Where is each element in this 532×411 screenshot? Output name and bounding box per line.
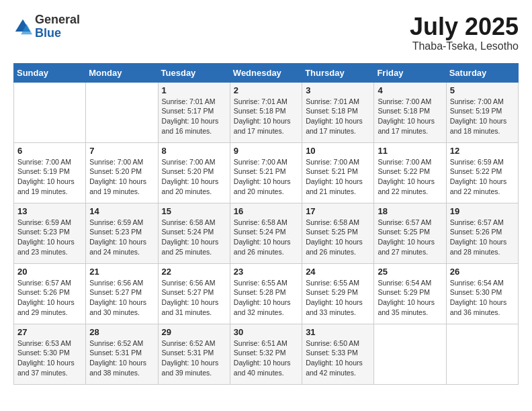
weekday-header: Friday bbox=[374, 63, 446, 82]
calendar-week-row: 27Sunrise: 6:53 AM Sunset: 5:30 PM Dayli… bbox=[14, 324, 519, 384]
day-number: 3 bbox=[306, 85, 370, 95]
weekday-header: Monday bbox=[86, 63, 158, 82]
calendar-day-cell bbox=[374, 324, 446, 384]
day-number: 17 bbox=[306, 206, 370, 216]
calendar-day-cell: 23Sunrise: 6:55 AM Sunset: 5:28 PM Dayli… bbox=[230, 263, 302, 324]
day-info: Sunrise: 6:52 AM Sunset: 5:31 PM Dayligh… bbox=[162, 338, 226, 378]
day-info: Sunrise: 6:59 AM Sunset: 5:23 PM Dayligh… bbox=[89, 218, 154, 257]
calendar-day-cell: 4Sunrise: 7:00 AM Sunset: 5:18 PM Daylig… bbox=[374, 82, 446, 142]
day-info: Sunrise: 6:56 AM Sunset: 5:27 PM Dayligh… bbox=[162, 278, 226, 318]
day-number: 7 bbox=[89, 146, 154, 156]
day-number: 24 bbox=[306, 267, 370, 277]
day-info: Sunrise: 6:53 AM Sunset: 5:30 PM Dayligh… bbox=[17, 338, 82, 378]
day-number: 30 bbox=[234, 327, 298, 337]
day-info: Sunrise: 7:00 AM Sunset: 5:21 PM Dayligh… bbox=[306, 157, 370, 197]
day-number: 13 bbox=[17, 206, 82, 216]
calendar-day-cell: 6Sunrise: 7:00 AM Sunset: 5:19 PM Daylig… bbox=[14, 142, 86, 203]
day-number: 2 bbox=[234, 85, 298, 95]
calendar-day-cell: 10Sunrise: 7:00 AM Sunset: 5:21 PM Dayli… bbox=[302, 142, 374, 203]
day-number: 25 bbox=[378, 267, 442, 277]
day-info: Sunrise: 6:55 AM Sunset: 5:28 PM Dayligh… bbox=[234, 278, 298, 318]
day-info: Sunrise: 7:00 AM Sunset: 5:20 PM Dayligh… bbox=[162, 157, 226, 197]
day-info: Sunrise: 7:00 AM Sunset: 5:19 PM Dayligh… bbox=[450, 97, 515, 136]
day-info: Sunrise: 6:50 AM Sunset: 5:33 PM Dayligh… bbox=[306, 338, 370, 378]
day-info: Sunrise: 6:59 AM Sunset: 5:22 PM Dayligh… bbox=[450, 157, 515, 197]
calendar-day-cell: 21Sunrise: 6:56 AM Sunset: 5:27 PM Dayli… bbox=[86, 263, 158, 324]
weekday-header: Sunday bbox=[14, 63, 86, 82]
weekday-header-row: SundayMondayTuesdayWednesdayThursdayFrid… bbox=[14, 63, 519, 82]
calendar-day-cell: 1Sunrise: 7:01 AM Sunset: 5:17 PM Daylig… bbox=[158, 82, 230, 142]
day-info: Sunrise: 7:00 AM Sunset: 5:22 PM Dayligh… bbox=[378, 157, 442, 197]
day-info: Sunrise: 7:00 AM Sunset: 5:19 PM Dayligh… bbox=[17, 157, 82, 197]
day-info: Sunrise: 6:59 AM Sunset: 5:23 PM Dayligh… bbox=[17, 218, 82, 257]
calendar-day-cell: 22Sunrise: 6:56 AM Sunset: 5:27 PM Dayli… bbox=[158, 263, 230, 324]
weekday-header: Thursday bbox=[302, 63, 374, 82]
calendar-day-cell: 18Sunrise: 6:57 AM Sunset: 5:25 PM Dayli… bbox=[374, 203, 446, 263]
day-number: 26 bbox=[450, 267, 515, 277]
day-info: Sunrise: 6:56 AM Sunset: 5:27 PM Dayligh… bbox=[89, 278, 154, 318]
calendar-day-cell: 12Sunrise: 6:59 AM Sunset: 5:22 PM Dayli… bbox=[446, 142, 518, 203]
day-info: Sunrise: 7:01 AM Sunset: 5:18 PM Dayligh… bbox=[306, 97, 370, 136]
title-block: July 2025 Thaba-Tseka, Lesotho bbox=[410, 13, 519, 52]
page-header: General Blue July 2025 Thaba-Tseka, Leso… bbox=[13, 13, 519, 52]
day-info: Sunrise: 6:57 AM Sunset: 5:25 PM Dayligh… bbox=[378, 218, 442, 257]
day-number: 6 bbox=[17, 146, 82, 156]
calendar-table: SundayMondayTuesdayWednesdayThursdayFrid… bbox=[13, 63, 519, 385]
location: Thaba-Tseka, Lesotho bbox=[410, 40, 519, 52]
day-number: 16 bbox=[234, 206, 298, 216]
calendar-day-cell: 9Sunrise: 7:00 AM Sunset: 5:21 PM Daylig… bbox=[230, 142, 302, 203]
day-number: 23 bbox=[234, 267, 298, 277]
calendar-day-cell: 17Sunrise: 6:58 AM Sunset: 5:25 PM Dayli… bbox=[302, 203, 374, 263]
day-number: 10 bbox=[306, 146, 370, 156]
day-number: 22 bbox=[162, 267, 226, 277]
day-number: 14 bbox=[89, 206, 154, 216]
day-info: Sunrise: 7:01 AM Sunset: 5:17 PM Dayligh… bbox=[162, 97, 226, 136]
calendar-day-cell: 26Sunrise: 6:54 AM Sunset: 5:30 PM Dayli… bbox=[446, 263, 518, 324]
calendar-day-cell bbox=[446, 324, 518, 384]
calendar-day-cell: 27Sunrise: 6:53 AM Sunset: 5:30 PM Dayli… bbox=[14, 324, 86, 384]
day-number: 18 bbox=[378, 206, 442, 216]
calendar-day-cell: 31Sunrise: 6:50 AM Sunset: 5:33 PM Dayli… bbox=[302, 324, 374, 384]
day-info: Sunrise: 6:52 AM Sunset: 5:31 PM Dayligh… bbox=[89, 338, 154, 378]
calendar-day-cell: 28Sunrise: 6:52 AM Sunset: 5:31 PM Dayli… bbox=[86, 324, 158, 384]
day-number: 31 bbox=[306, 327, 370, 337]
calendar-day-cell: 16Sunrise: 6:58 AM Sunset: 5:24 PM Dayli… bbox=[230, 203, 302, 263]
logo-text: General Blue bbox=[35, 13, 80, 40]
calendar-day-cell: 29Sunrise: 6:52 AM Sunset: 5:31 PM Dayli… bbox=[158, 324, 230, 384]
calendar-week-row: 6Sunrise: 7:00 AM Sunset: 5:19 PM Daylig… bbox=[14, 142, 519, 203]
calendar-day-cell bbox=[14, 82, 86, 142]
calendar-day-cell: 24Sunrise: 6:55 AM Sunset: 5:29 PM Dayli… bbox=[302, 263, 374, 324]
day-info: Sunrise: 6:54 AM Sunset: 5:29 PM Dayligh… bbox=[378, 278, 442, 318]
day-info: Sunrise: 6:51 AM Sunset: 5:32 PM Dayligh… bbox=[234, 338, 298, 378]
day-info: Sunrise: 6:57 AM Sunset: 5:26 PM Dayligh… bbox=[450, 218, 515, 257]
weekday-header: Saturday bbox=[446, 63, 518, 82]
day-number: 29 bbox=[162, 327, 226, 337]
day-number: 28 bbox=[89, 327, 154, 337]
day-info: Sunrise: 7:00 AM Sunset: 5:21 PM Dayligh… bbox=[234, 157, 298, 197]
logo-general: General bbox=[35, 13, 80, 27]
day-info: Sunrise: 6:58 AM Sunset: 5:24 PM Dayligh… bbox=[162, 218, 226, 257]
day-number: 21 bbox=[89, 267, 154, 277]
day-info: Sunrise: 6:58 AM Sunset: 5:25 PM Dayligh… bbox=[306, 218, 370, 257]
day-info: Sunrise: 6:55 AM Sunset: 5:29 PM Dayligh… bbox=[306, 278, 370, 318]
day-number: 27 bbox=[17, 327, 82, 337]
calendar-week-row: 13Sunrise: 6:59 AM Sunset: 5:23 PM Dayli… bbox=[14, 203, 519, 263]
calendar-day-cell: 13Sunrise: 6:59 AM Sunset: 5:23 PM Dayli… bbox=[14, 203, 86, 263]
day-info: Sunrise: 7:00 AM Sunset: 5:18 PM Dayligh… bbox=[378, 97, 442, 136]
day-number: 5 bbox=[450, 85, 515, 95]
calendar-day-cell: 2Sunrise: 7:01 AM Sunset: 5:18 PM Daylig… bbox=[230, 82, 302, 142]
day-info: Sunrise: 6:58 AM Sunset: 5:24 PM Dayligh… bbox=[234, 218, 298, 257]
calendar-day-cell: 20Sunrise: 6:57 AM Sunset: 5:26 PM Dayli… bbox=[14, 263, 86, 324]
calendar-day-cell: 19Sunrise: 6:57 AM Sunset: 5:26 PM Dayli… bbox=[446, 203, 518, 263]
day-number: 11 bbox=[378, 146, 442, 156]
weekday-header: Tuesday bbox=[158, 63, 230, 82]
calendar-day-cell bbox=[86, 82, 158, 142]
day-info: Sunrise: 6:57 AM Sunset: 5:26 PM Dayligh… bbox=[17, 278, 82, 318]
calendar-day-cell: 25Sunrise: 6:54 AM Sunset: 5:29 PM Dayli… bbox=[374, 263, 446, 324]
calendar-day-cell: 3Sunrise: 7:01 AM Sunset: 5:18 PM Daylig… bbox=[302, 82, 374, 142]
day-number: 8 bbox=[162, 146, 226, 156]
calendar-day-cell: 15Sunrise: 6:58 AM Sunset: 5:24 PM Dayli… bbox=[158, 203, 230, 263]
calendar-day-cell: 7Sunrise: 7:00 AM Sunset: 5:20 PM Daylig… bbox=[86, 142, 158, 203]
day-number: 19 bbox=[450, 206, 515, 216]
day-info: Sunrise: 7:01 AM Sunset: 5:18 PM Dayligh… bbox=[234, 97, 298, 136]
